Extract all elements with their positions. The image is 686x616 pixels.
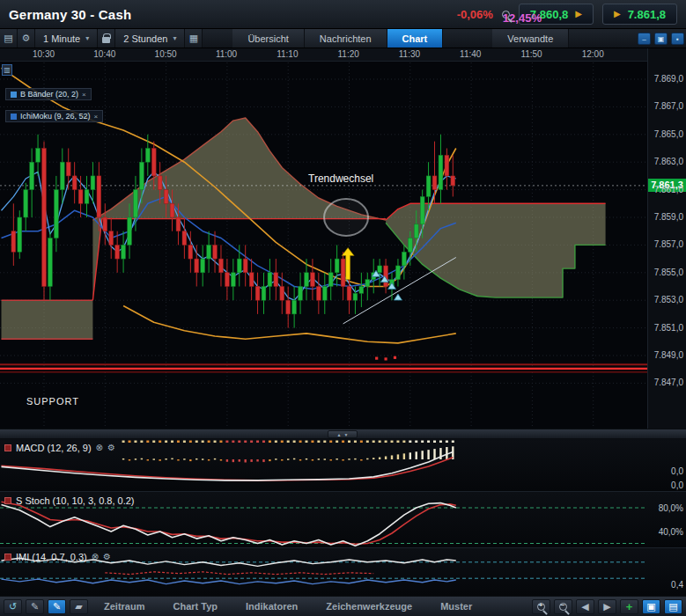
ichimoku-chip-label: IchiMoku (9, 26, 52) xyxy=(20,112,91,121)
time-label: 11:20 xyxy=(338,49,359,59)
zoom-out-icon[interactable]: − xyxy=(554,599,572,614)
timespan-select[interactable]: 2 Stunden ▾ xyxy=(115,29,185,48)
price-label: 7.851,0 xyxy=(654,323,683,333)
grid-layout-icon[interactable]: ▤ xyxy=(664,599,682,614)
trading-app-window: Germany 30 - Cash -0,06% 12,45% 7.860,8 … xyxy=(0,0,686,616)
support-annotation: SUPPORT xyxy=(26,396,79,407)
menu-indikatoren[interactable]: Indikatoren xyxy=(233,601,310,612)
instrument-header: Germany 30 - Cash -0,06% 12,45% 7.860,8 … xyxy=(0,0,686,29)
price-label: 7.863,0 xyxy=(654,157,683,166)
settings-gear-icon[interactable]: ⚙ xyxy=(18,29,35,48)
tab-uebersicht[interactable]: Übersicht xyxy=(232,29,304,48)
price-label: 7.853,0 xyxy=(654,295,683,304)
time-label: 10:30 xyxy=(33,49,55,59)
calendar-icon[interactable]: ▦ xyxy=(185,29,203,48)
tab-chart[interactable]: Chart xyxy=(387,29,444,48)
menu-muster[interactable]: Muster xyxy=(428,601,484,612)
chart-toolbar: ▤ ⚙ 1 Minute ▾ 2 Stunden ▾ ▦ Übersicht N… xyxy=(0,29,686,48)
close-icon[interactable]: × xyxy=(94,113,99,121)
tab-nachrichten[interactable]: Nachrichten xyxy=(305,29,387,48)
panel-corner-icon[interactable]: ▥ xyxy=(2,64,12,76)
interval-select[interactable]: 1 Minute ▾ xyxy=(35,29,98,48)
pan-right-icon[interactable]: ▶ xyxy=(598,599,616,614)
buy-price-button[interactable]: ▶ 7.861,8 xyxy=(602,4,677,25)
magnifier-minus-icon: − xyxy=(559,603,567,611)
time-label: 10:50 xyxy=(155,49,177,59)
macd-label: MACD (12, 26, 9) xyxy=(16,443,92,453)
buy-arrow-icon: ▶ xyxy=(614,10,621,18)
imi-close-icon[interactable]: ⊗ xyxy=(92,553,99,561)
tab-verwandte[interactable]: Verwandte xyxy=(492,29,569,48)
price-label: 7.867,0 xyxy=(654,101,683,111)
price-label: 7.857,0 xyxy=(654,239,683,249)
close-icon[interactable]: × xyxy=(82,91,86,99)
menu-chart-typ[interactable]: Chart Typ xyxy=(160,601,230,612)
time-axis: 10:3010:4010:5011:0011:1011:2011:3011:40… xyxy=(0,48,647,62)
add-chart-icon[interactable]: + xyxy=(620,599,638,614)
magnifier-plus-icon: + xyxy=(537,603,545,611)
time-label: 11:40 xyxy=(460,49,481,59)
stoch-label-row: S Stoch (10, 10, 3, 0.8, 0.2) xyxy=(4,495,135,506)
zoom-in-icon[interactable]: + xyxy=(532,599,550,614)
price-label: 7.855,0 xyxy=(654,268,683,277)
plus-icon: + xyxy=(626,600,633,613)
ichimoku-cloud-layer xyxy=(2,118,606,339)
imi-gear-icon[interactable]: ⚙ xyxy=(103,553,111,561)
ichimoku-color-swatch xyxy=(11,114,17,120)
pan-left-icon[interactable]: ◀ xyxy=(576,599,594,614)
draw-mode-icon[interactable]: ✎ xyxy=(48,599,66,614)
pencil-icon[interactable]: ✎ xyxy=(26,599,44,614)
price-label: 7.859,0 xyxy=(654,212,683,222)
collapse-down-icon: ▼ xyxy=(344,432,349,437)
pin-icon[interactable]: ▪ xyxy=(671,33,684,45)
price-label: 7.865,0 xyxy=(654,129,683,139)
macd-gear-icon[interactable]: ⚙ xyxy=(107,444,115,452)
view-tabs: Übersicht Nachrichten Chart Verwandte xyxy=(232,29,569,48)
price-axis[interactable]: 7.861,3 7.869,07.867,07.865,07.863,07.86… xyxy=(647,48,686,429)
price-label: 7.869,0 xyxy=(654,74,683,84)
change-percent: -0,06% xyxy=(457,8,493,21)
imi-panel[interactable]: IMI (14, 0.7, 0.3) ⊗ ⚙ 0,4 xyxy=(0,547,686,596)
toolbar-spacer xyxy=(569,29,636,48)
stoch-axis-label: 40,0% xyxy=(659,527,683,537)
price-label: 7.847,0 xyxy=(654,378,683,387)
timespan-value: 2 Stunden xyxy=(123,33,167,44)
chevron-down-icon: ▾ xyxy=(85,34,89,42)
imi-label: IMI (14, 0.7, 0.3) xyxy=(16,552,87,562)
macd-axis-label: 0,0 xyxy=(671,480,683,490)
price-label: 7.861,0 xyxy=(654,185,683,194)
macd-panel[interactable]: MACD (12, 26, 9) ⊗ ⚙ 0,0 0,0 xyxy=(0,439,686,491)
stoch-label: S Stoch (10, 10, 3, 0.8, 0.2) xyxy=(16,495,135,506)
imi-bullet-icon xyxy=(4,554,11,561)
restore-icon[interactable]: ▣ xyxy=(654,33,668,45)
watchlist-icon[interactable]: ▤ xyxy=(0,29,18,48)
time-label: 12:00 xyxy=(582,49,604,59)
time-label: 11:30 xyxy=(399,49,420,59)
indicator-chip-ichimoku[interactable]: IchiMoku (9, 26, 52) × xyxy=(5,110,103,122)
buy-price-value: 7.861,8 xyxy=(628,8,666,21)
range-percent: 12,45% xyxy=(502,11,510,18)
price-label: 7.849,0 xyxy=(654,350,683,360)
collapse-panels-button[interactable]: ▲ ▼ xyxy=(328,430,358,438)
menu-zeichenwerkzeuge[interactable]: Zeichenwerkzeuge xyxy=(313,601,424,612)
bbands-color-swatch xyxy=(11,92,17,98)
panel-divider: ▲ ▼ xyxy=(0,429,686,439)
indicator-chip-bbands[interactable]: B Bänder (20, 2) × xyxy=(5,88,92,100)
layout-icon[interactable]: ▣ xyxy=(642,599,660,614)
stochastic-panel[interactable]: S Stoch (10, 10, 3, 0.8, 0.2) 80,0% 40,0… xyxy=(0,491,686,547)
eraser-icon[interactable]: ▰ xyxy=(70,599,88,614)
trend-annotation: Trendwechsel xyxy=(308,172,373,185)
macd-axis-label: 0,0 xyxy=(671,466,683,476)
menu-zeitraum[interactable]: Zeitraum xyxy=(92,601,157,612)
lock-button[interactable] xyxy=(98,29,115,48)
time-label: 11:50 xyxy=(520,49,542,59)
macd-bullet-icon xyxy=(4,444,11,451)
undo-icon[interactable]: ↺ xyxy=(4,599,22,614)
minimize-icon[interactable]: – xyxy=(638,33,651,45)
lock-icon xyxy=(102,37,110,43)
macd-close-icon[interactable]: ⊗ xyxy=(96,444,103,452)
price-chart[interactable]: 10:3010:4010:5011:0011:1011:2011:3011:40… xyxy=(0,48,647,429)
time-label: 11:00 xyxy=(216,49,237,59)
chevron-down-icon: ▾ xyxy=(173,34,176,42)
interval-value: 1 Minute xyxy=(43,33,80,44)
